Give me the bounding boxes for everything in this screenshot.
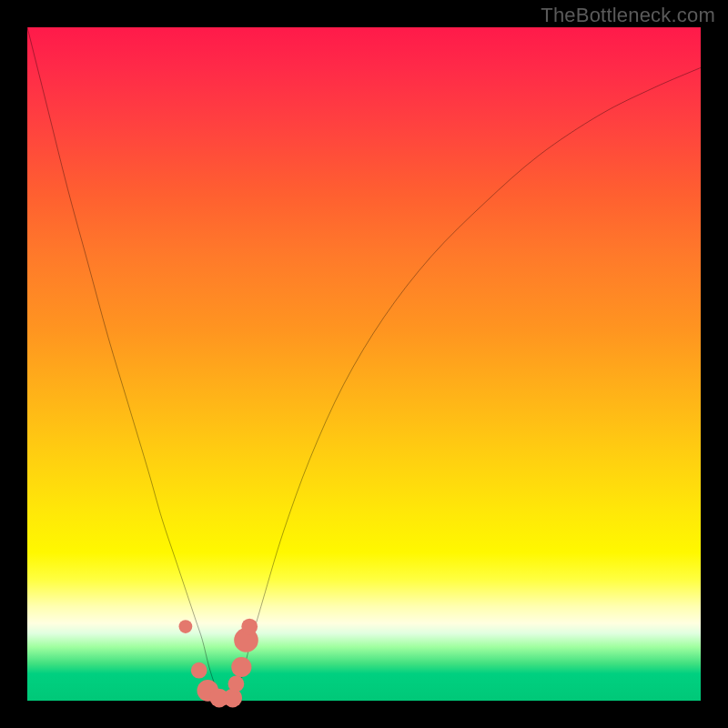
chart-svg [27, 27, 701, 701]
curve-marker [191, 662, 207, 679]
curve-marker [228, 676, 245, 693]
chart-frame: TheBottleneck.com [0, 0, 728, 728]
curve-marker [179, 620, 193, 633]
plot-area [27, 27, 701, 701]
bottleneck-curve [27, 27, 701, 702]
curve-marker [223, 689, 242, 708]
curve-markers [179, 619, 258, 708]
curve-marker [241, 619, 258, 635]
watermark-text: TheBottleneck.com [541, 4, 715, 27]
curve-marker [231, 657, 251, 677]
